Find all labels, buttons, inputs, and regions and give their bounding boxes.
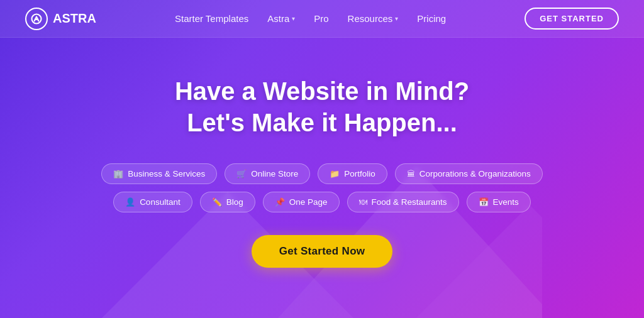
resources-dropdown-icon: ▾ bbox=[395, 15, 398, 22]
nav-item-starter-templates[interactable]: Starter Templates bbox=[175, 13, 248, 24]
store-icon: 🛒 bbox=[236, 169, 247, 178]
food-icon: 🍽 bbox=[359, 197, 367, 207]
portfolio-icon: 📁 bbox=[330, 169, 340, 178]
hero-title: Have a Website in Mind? Let's Make it Ha… bbox=[175, 75, 469, 138]
nav-links: Starter Templates Astra ▾ Pro Resources … bbox=[175, 13, 446, 24]
logo[interactable]: ASTRA bbox=[25, 8, 96, 30]
nav-item-astra[interactable]: Astra ▾ bbox=[267, 13, 295, 24]
pill-portfolio[interactable]: 📁 Portfolio bbox=[318, 163, 387, 184]
pill-online-store[interactable]: 🛒 Online Store bbox=[225, 163, 310, 184]
get-started-cta-button[interactable]: Get Started Now bbox=[252, 235, 393, 268]
category-pills: 🏢 Business & Services 🛒 Online Store 📁 P… bbox=[101, 163, 543, 212]
astra-dropdown-icon: ▾ bbox=[292, 15, 295, 22]
events-icon: 📅 bbox=[479, 197, 489, 207]
pill-business-services[interactable]: 🏢 Business & Services bbox=[101, 163, 217, 184]
pills-row-2: 👤 Consultant ✏️ Blog 📌 One Page 🍽 Food &… bbox=[113, 192, 531, 212]
pills-row-1: 🏢 Business & Services 🛒 Online Store 📁 P… bbox=[101, 163, 543, 184]
logo-text: ASTRA bbox=[53, 11, 96, 26]
pill-food-restaurants[interactable]: 🍽 Food & Restaurants bbox=[347, 192, 459, 212]
business-icon: 🏢 bbox=[113, 169, 123, 178]
pill-one-page[interactable]: 📌 One Page bbox=[263, 192, 340, 212]
logo-icon bbox=[25, 8, 48, 30]
pill-blog[interactable]: ✏️ Blog bbox=[200, 192, 255, 212]
navbar: ASTRA Starter Templates Astra ▾ Pro Reso… bbox=[0, 0, 644, 38]
pill-events[interactable]: 📅 Events bbox=[467, 192, 531, 212]
nav-item-resources[interactable]: Resources ▾ bbox=[348, 13, 399, 24]
nav-item-pro[interactable]: Pro bbox=[314, 13, 328, 24]
corporations-icon: 🏛 bbox=[407, 169, 415, 178]
pill-consultant[interactable]: 👤 Consultant bbox=[113, 192, 192, 212]
nav-item-pricing[interactable]: Pricing bbox=[417, 13, 446, 24]
hero-section: Have a Website in Mind? Let's Make it Ha… bbox=[0, 38, 644, 268]
consultant-icon: 👤 bbox=[125, 197, 135, 207]
blog-icon: ✏️ bbox=[212, 197, 222, 207]
one-page-icon: 📌 bbox=[275, 197, 285, 207]
pill-corporations[interactable]: 🏛 Corporations & Organizations bbox=[395, 163, 543, 184]
nav-get-started-button[interactable]: GET STARTED bbox=[525, 8, 619, 30]
